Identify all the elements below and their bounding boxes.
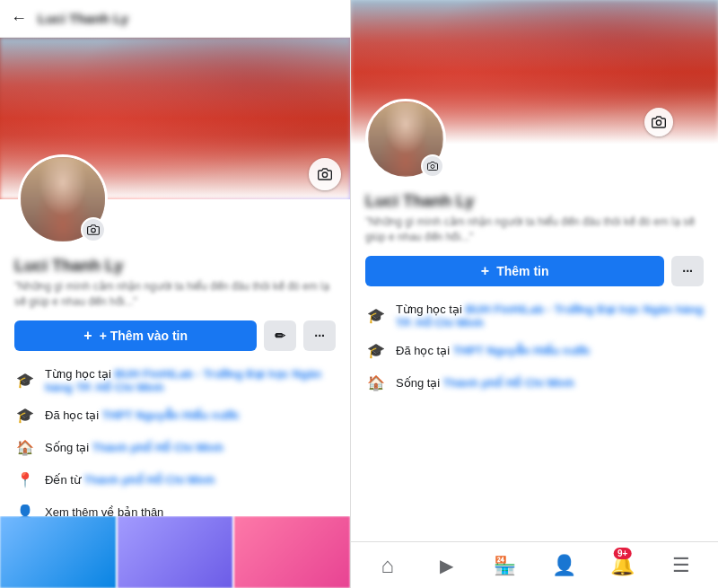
profile-pic-area-left — [18, 154, 108, 244]
plus-icon-right: + — [481, 263, 489, 279]
profile-bio-right: "Những gì mình cảm nhận người ta hiểu đế… — [365, 215, 704, 245]
nav-home[interactable]: ⌂ — [358, 542, 417, 588]
highschool-icon: 🎓 — [14, 405, 36, 426]
more-icon: ··· — [314, 329, 325, 343]
add-button-label: + Thêm vào tin — [100, 329, 188, 343]
profile-camera-button-left[interactable] — [81, 217, 106, 242]
edit-icon: ✏ — [275, 329, 285, 343]
home-icon-right: 🏠 — [365, 373, 387, 394]
plus-icon: + — [83, 328, 92, 344]
university-name-right: BUH FinHiLab - Trường Đại học Ngân hàng … — [396, 303, 704, 329]
info-item-highschool-right: 🎓 Đã học tại THPT Nguyễn Hiếu nước — [365, 335, 704, 367]
info-item-lives: 🏠 Sống tại Thành phố Hồ Chí Minh — [14, 432, 336, 464]
highschool-name-right: THPT Nguyễn Hiếu nước — [453, 344, 591, 357]
header-title: Luci Thanh Ly — [38, 11, 128, 26]
add-story-button-right[interactable]: + Thêm tin — [365, 256, 664, 286]
profile-name-right: Luci Thanh Ly — [365, 192, 704, 211]
more-options-button-right[interactable]: ··· — [671, 256, 704, 286]
highschool-icon-right: 🎓 — [365, 340, 387, 362]
university-icon-right: 🎓 — [365, 305, 387, 327]
notification-badge: 9+ — [614, 548, 631, 559]
add-button-label-right: Thêm tin — [496, 264, 548, 278]
thumb-2 — [118, 516, 233, 588]
action-buttons-right: + Thêm tin ··· — [351, 256, 718, 297]
info-item-university: 🎓 Từng học tại BUH FinHiLab - Trường Đại… — [14, 362, 336, 399]
more-options-button[interactable]: ··· — [303, 320, 336, 351]
left-header: ← Luci Thanh Ly — [0, 0, 350, 38]
profile-info-left: Luci Thanh Ly "Những gì mình cảm nhận ng… — [0, 248, 350, 310]
info-item-highschool: 🎓 Đã học tại THPT Nguyễn Hiếu nước — [14, 399, 336, 432]
svg-point-3 — [431, 165, 434, 169]
bottom-thumbnails-left — [0, 516, 350, 588]
nav-marketplace[interactable]: 🏪 — [476, 542, 535, 588]
cover-camera-button-right[interactable] — [644, 108, 673, 136]
edit-profile-button[interactable]: ✏ — [264, 320, 296, 351]
hometown-name: Thánh phố Hồ Chí Minh — [83, 473, 215, 487]
thumb-3 — [234, 516, 350, 588]
add-to-story-button[interactable]: + + Thêm vào tin — [14, 320, 257, 351]
home-nav-icon: ⌂ — [381, 553, 395, 578]
info-item-university-right: 🎓 Từng học tại BUH FinHiLab - Trường Đại… — [365, 297, 704, 335]
svg-point-1 — [92, 228, 96, 233]
highschool-name: THPT Nguyễn Hiếu nước — [102, 408, 240, 422]
info-list-left: 🎓 Từng học tại BUH FinHiLab - Trường Đại… — [0, 362, 350, 529]
city-name: Thành phố Hồ Chí Minh — [92, 441, 223, 454]
bottom-nav: ⌂ ▶ 🏪 👤 🔔 9+ ☰ — [351, 541, 718, 588]
right-panel: Luci Thanh Ly "Những gì mình cảm nhận ng… — [350, 0, 718, 588]
profile-camera-button-right[interactable] — [421, 154, 444, 178]
nav-profile[interactable]: 👤 — [535, 542, 594, 588]
svg-point-0 — [322, 172, 327, 177]
home-icon: 🏠 — [14, 437, 36, 459]
info-list-right: 🎓 Từng học tại BUH FinHiLab - Trường Đại… — [351, 297, 718, 399]
thumb-1 — [0, 516, 116, 588]
left-panel: ← Luci Thanh Ly Luci Thanh Ly "Những gì … — [0, 0, 350, 588]
nav-menu[interactable]: ☰ — [652, 542, 712, 588]
city-name-right: Thành phố Hồ Chí Minh — [443, 376, 574, 390]
profile-name-left: Luci Thanh Ly — [14, 257, 336, 276]
profile-pic-area-right — [365, 99, 446, 180]
action-buttons-left: + + Thêm vào tin ✏ ··· — [0, 320, 350, 362]
svg-point-2 — [656, 120, 661, 125]
info-item-from: 📍 Đến từ Thánh phố Hồ Chí Minh — [14, 464, 336, 496]
cover-camera-button-left[interactable] — [309, 158, 341, 190]
profile-bio-left: "Những gì mình cảm nhận người ta hiểu đế… — [14, 279, 336, 310]
video-nav-icon: ▶ — [440, 555, 453, 576]
university-name: BUH FinHiLab - Trường Đại học Ngân hàng … — [45, 367, 321, 394]
menu-nav-icon: ☰ — [672, 554, 690, 577]
nav-video[interactable]: ▶ — [417, 542, 477, 588]
university-icon: 🎓 — [14, 370, 36, 391]
location-icon: 📍 — [14, 470, 36, 491]
profile-info-right: Luci Thanh Ly "Những gì mình cảm nhận ng… — [351, 183, 718, 245]
profile-nav-icon: 👤 — [552, 554, 576, 577]
marketplace-nav-icon: 🏪 — [494, 555, 516, 576]
info-item-lives-right: 🏠 Sống tại Thành phố Hồ Chí Minh — [365, 367, 704, 399]
more-icon-right: ··· — [682, 264, 693, 278]
nav-notifications[interactable]: 🔔 9+ — [593, 542, 652, 588]
back-button[interactable]: ← — [11, 9, 27, 28]
